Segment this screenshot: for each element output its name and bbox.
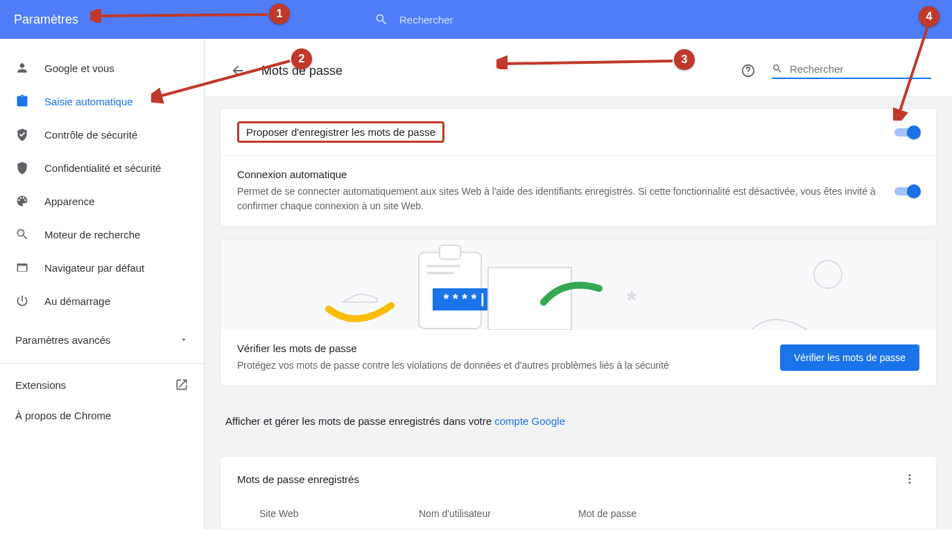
offer-save-passwords-row: Proposer d'enregistrer les mots de passe <box>220 109 936 156</box>
offer-save-passwords-toggle[interactable] <box>894 125 919 139</box>
sidebar-item-label: Contrôle de sécurité <box>44 129 137 141</box>
password-illustration: * * * * | * <box>220 240 936 330</box>
divider <box>0 363 204 364</box>
back-button[interactable] <box>225 58 250 83</box>
about-label: À propos de Chrome <box>15 410 111 421</box>
arrow-left-icon <box>230 63 245 78</box>
shield-icon <box>15 161 29 175</box>
auto-signin-title: Connexion automatique <box>237 168 894 180</box>
auto-signin-row: Connexion automatique Permet de se conne… <box>220 156 936 226</box>
column-username: Nom d'utilisateur <box>419 508 578 519</box>
sidebar-item-appearance[interactable]: Apparence <box>0 184 204 218</box>
offer-save-passwords-label: Proposer d'enregistrer les mots de passe <box>246 126 435 138</box>
extensions-label: Extensions <box>15 379 66 391</box>
caret-down-icon <box>179 335 189 344</box>
column-password: Mot de passe <box>578 508 919 519</box>
column-site: Site Web <box>259 508 419 519</box>
google-account-link[interactable]: compte Google <box>494 415 565 427</box>
sidebar-item-extensions[interactable]: Extensions <box>0 369 204 400</box>
main-area: Google et vous Saisie automatique Contrô… <box>0 39 952 530</box>
manage-passwords-text: Afficher et gérer les mots de passe enre… <box>205 399 952 444</box>
sidebar-item-label: Google et vous <box>44 62 114 74</box>
browser-icon <box>15 261 29 274</box>
search-icon <box>15 227 29 241</box>
password-settings-card: Proposer d'enregistrer les mots de passe… <box>220 108 937 227</box>
svg-point-11 <box>909 474 911 476</box>
sidebar-item-label: Au démarrage <box>44 295 110 307</box>
saved-passwords-more-button[interactable] <box>900 469 919 489</box>
svg-point-1 <box>747 73 748 74</box>
svg-text:*: * <box>627 286 637 315</box>
palette-icon <box>15 194 29 208</box>
top-app-bar: Paramètres Rechercher <box>0 0 952 39</box>
svg-point-12 <box>909 478 911 480</box>
auto-signin-toggle[interactable] <box>894 184 919 198</box>
saved-passwords-heading: Mots de passe enregistrés <box>237 473 359 485</box>
page-search[interactable] <box>772 62 931 79</box>
search-icon <box>772 62 783 75</box>
verify-title: Vérifier les mots de passe <box>237 342 766 354</box>
advanced-label: Paramètres avancés <box>15 334 111 346</box>
app-title: Paramètres <box>14 12 78 27</box>
saved-passwords-table-header: Site Web Nom d'utilisateur Mot de passe <box>220 493 936 529</box>
verify-passwords-row: Vérifier les mots de passe Protégez vos … <box>220 330 936 385</box>
svg-rect-8 <box>488 268 571 330</box>
sidebar-item-search-engine[interactable]: Moteur de recherche <box>0 218 204 251</box>
person-icon <box>15 61 29 75</box>
settings-sidebar: Google et vous Saisie automatique Contrô… <box>0 39 205 530</box>
sidebar-item-privacy-security[interactable]: Confidentialité et sécurité <box>0 151 204 184</box>
more-vert-icon <box>903 473 916 485</box>
verify-description: Protégez vos mots de passe contre les vi… <box>237 358 766 373</box>
global-search-placeholder: Rechercher <box>399 14 453 26</box>
clipboard-icon <box>15 94 29 108</box>
advanced-settings-toggle[interactable]: Paramètres avancés <box>0 323 204 356</box>
svg-point-13 <box>909 482 911 484</box>
manage-prefix: Afficher et gérer les mots de passe enre… <box>225 415 494 427</box>
search-icon <box>374 12 388 26</box>
help-icon <box>741 63 756 78</box>
page-search-input[interactable] <box>790 63 931 75</box>
global-search[interactable]: Rechercher <box>374 12 453 26</box>
svg-point-10 <box>814 261 842 288</box>
open-in-new-icon <box>175 378 189 392</box>
password-check-card: * * * * | * Vérifier les mots de passe P… <box>220 239 937 386</box>
sidebar-item-autofill[interactable]: Saisie automatique <box>0 85 204 118</box>
verify-passwords-button[interactable]: Vérifier les mots de passe <box>780 344 919 371</box>
shield-check-icon <box>15 128 29 141</box>
sidebar-item-label: Navigateur par défaut <box>44 262 144 274</box>
topbar-right: Rechercher <box>361 0 952 39</box>
sidebar-item-safety-check[interactable]: Contrôle de sécurité <box>0 118 204 151</box>
topbar-left: Paramètres <box>0 0 361 39</box>
annotation-highlight: Proposer d'enregistrer les mots de passe <box>237 121 444 143</box>
auto-signin-description: Permet de se connecter automatiquement a… <box>237 184 894 213</box>
page-header: Mots de passe <box>205 39 952 96</box>
sidebar-item-about-chrome[interactable]: À propos de Chrome <box>0 400 204 430</box>
sidebar-item-label: Apparence <box>44 195 95 207</box>
sidebar-item-label: Moteur de recherche <box>44 229 140 240</box>
power-icon <box>15 294 29 308</box>
page-title: Mots de passe <box>261 64 343 78</box>
svg-text:* * * * |: * * * * | <box>444 291 485 306</box>
saved-passwords-card: Mots de passe enregistrés Site Web Nom d… <box>220 456 937 530</box>
sidebar-item-google-and-you[interactable]: Google et vous <box>0 51 204 85</box>
svg-rect-3 <box>440 245 460 259</box>
sidebar-item-default-browser[interactable]: Navigateur par défaut <box>0 251 204 284</box>
help-button[interactable] <box>737 60 759 82</box>
sidebar-item-on-startup[interactable]: Au démarrage <box>0 284 204 317</box>
sidebar-item-label: Confidentialité et sécurité <box>44 162 161 174</box>
content-column: Mots de passe Proposer d'enregistrer les… <box>205 39 952 530</box>
sidebar-item-label: Saisie automatique <box>44 96 133 107</box>
